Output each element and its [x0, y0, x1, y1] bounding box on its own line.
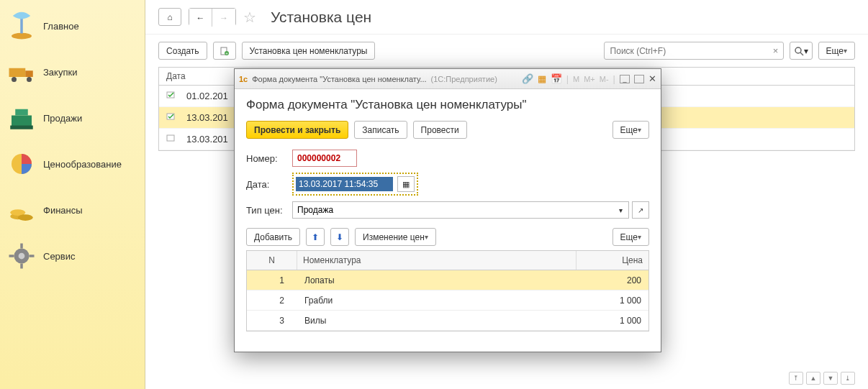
create-button[interactable]: Создать — [158, 42, 207, 60]
svg-point-0 — [12, 33, 32, 40]
back-button[interactable]: ← — [189, 9, 212, 27]
calendar-icon[interactable]: 📅 — [551, 73, 562, 84]
svg-rect-18 — [30, 255, 35, 257]
row-date: 13.03.201 — [186, 112, 228, 123]
maximize-icon[interactable] — [634, 75, 644, 83]
add-row-button[interactable]: Добавить — [246, 228, 300, 246]
sidebar-item-label: Финансы — [43, 205, 83, 216]
calc-icon[interactable]: ▦ — [538, 73, 546, 84]
cell-name: Вилы — [297, 316, 577, 326]
app-icon: 1c — [239, 75, 248, 83]
date-input[interactable] — [296, 177, 393, 191]
sidebar-item-label: Главное — [43, 21, 79, 32]
clear-search-icon[interactable]: × — [769, 45, 783, 56]
move-up-button[interactable]: ⬆ — [306, 228, 325, 246]
svg-rect-8 — [10, 126, 33, 129]
sidebar-item-service[interactable]: Сервис — [0, 233, 145, 279]
m-plus-icon[interactable]: M+ — [584, 75, 595, 83]
modal-more-button[interactable]: Еще — [612, 121, 649, 139]
save-button[interactable]: Записать — [354, 121, 407, 139]
type-label: Тип цен: — [246, 205, 292, 216]
items-grid: N Номенклатура Цена 1Лопаты2002Грабли1 0… — [246, 250, 649, 331]
nav-down[interactable]: ▼ — [823, 372, 838, 385]
date-label: Дата: — [246, 179, 292, 190]
sidebar-item-purchases[interactable]: Закупки — [0, 49, 145, 95]
svg-rect-26 — [167, 135, 174, 141]
svg-point-5 — [27, 77, 32, 82]
sidebar-item-label: Продажи — [43, 113, 82, 124]
modal-window-subtitle: (1С:Предприятие) — [431, 75, 497, 83]
coins-icon — [0, 195, 43, 225]
svg-rect-17 — [9, 255, 14, 257]
number-label: Номер: — [246, 153, 292, 164]
footer-nav: ⤒ ▲ ▼ ⤓ — [789, 372, 855, 385]
nav-up[interactable]: ▲ — [806, 372, 820, 385]
favorite-star-icon[interactable]: ☆ — [243, 9, 256, 26]
set-prices-button[interactable]: Установка цен номенклатуры — [242, 42, 376, 60]
m-minus-icon[interactable]: M- — [600, 75, 609, 83]
sidebar-item-label: Ценообразование — [43, 159, 122, 170]
posted-icon — [166, 90, 179, 102]
row-date: 01.02.201 — [186, 91, 228, 101]
copy-button[interactable]: + — [213, 42, 236, 60]
titlebar: ⌂ ← → ☆ Установка цен — [145, 0, 868, 35]
svg-rect-16 — [20, 264, 23, 269]
home-button[interactable]: ⌂ — [158, 8, 181, 26]
post-button[interactable]: Провести — [413, 121, 467, 139]
cell-n: 3 — [247, 316, 297, 326]
cell-name: Лопаты — [297, 275, 577, 285]
cell-price: 200 — [577, 275, 648, 285]
cell-price: 1 000 — [577, 296, 648, 306]
svg-rect-7 — [15, 109, 28, 116]
gear-icon — [0, 241, 43, 271]
open-ref-icon[interactable]: ↗ — [632, 201, 649, 219]
modal-window-title: Форма документа "Установка цен номенклат… — [252, 75, 426, 83]
price-type-input[interactable] — [292, 201, 613, 219]
calendar-picker-icon[interactable]: ▦ — [397, 176, 415, 192]
svg-point-22 — [795, 47, 801, 53]
more-button[interactable]: Еще — [818, 42, 855, 60]
main-icon — [0, 11, 43, 41]
grid-row[interactable]: 2Грабли1 000 — [247, 290, 648, 311]
search-box[interactable]: × — [604, 42, 784, 60]
search-button[interactable]: ▾ — [790, 42, 813, 60]
sidebar-item-label: Закупки — [43, 67, 77, 78]
post-and-close-button[interactable]: Провести и закрыть — [246, 121, 348, 139]
number-input[interactable] — [292, 150, 357, 167]
truck-icon — [0, 57, 43, 87]
close-icon[interactable]: ✕ — [648, 73, 656, 84]
sidebar-item-main[interactable]: Главное — [0, 3, 145, 49]
nav-first[interactable]: ⤒ — [789, 372, 803, 385]
sidebar-item-pricing[interactable]: Ценообразование — [0, 141, 145, 187]
svg-point-4 — [12, 77, 17, 82]
link-icon[interactable]: 🔗 — [522, 73, 533, 84]
grid-col-price[interactable]: Цена — [577, 251, 648, 270]
grid-more-button[interactable]: Еще — [612, 228, 649, 246]
grid-col-name[interactable]: Номенклатура — [297, 251, 577, 270]
change-prices-button[interactable]: Изменение цен — [355, 228, 436, 246]
m-icon[interactable]: M — [573, 75, 579, 83]
dropdown-toggle-icon[interactable]: ▾ — [613, 201, 629, 219]
modal-titlebar[interactable]: 1c Форма документа "Установка цен номенк… — [235, 69, 661, 89]
forward-button[interactable]: → — [212, 9, 235, 27]
svg-point-14 — [19, 253, 25, 260]
sidebar-item-finance[interactable]: Финансы — [0, 187, 145, 233]
page-title: Установка цен — [271, 9, 371, 26]
nav-last[interactable]: ⤓ — [841, 372, 855, 385]
grid-row[interactable]: 3Вилы1 000 — [247, 311, 648, 331]
row-date: 13.03.201 — [186, 134, 228, 145]
cell-price: 1 000 — [577, 316, 648, 326]
search-input[interactable] — [605, 46, 769, 56]
sidebar-item-sales[interactable]: Продажи — [0, 95, 145, 141]
grid-row[interactable]: 1Лопаты200 — [247, 270, 648, 290]
draft-icon — [166, 133, 179, 145]
cash-register-icon — [0, 103, 43, 133]
svg-text:+: + — [225, 51, 228, 55]
cell-n: 2 — [247, 296, 297, 306]
grid-col-n[interactable]: N — [247, 251, 297, 270]
minimize-icon[interactable]: _ — [620, 75, 630, 83]
svg-line-23 — [800, 52, 803, 55]
move-down-button[interactable]: ⬇ — [330, 228, 349, 246]
svg-rect-15 — [20, 244, 23, 249]
svg-point-12 — [18, 214, 33, 221]
